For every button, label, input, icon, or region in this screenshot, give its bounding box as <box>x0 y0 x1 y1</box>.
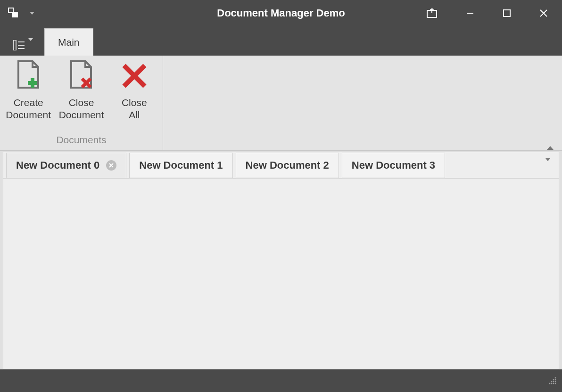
document-tab-label: New Document 2 <box>246 159 329 172</box>
title-bar: Document Manager Demo <box>0 0 562 26</box>
close-tab-icon[interactable] <box>106 160 116 171</box>
document-tab-label: New Document 0 <box>16 159 99 172</box>
svg-point-23 <box>553 381 554 383</box>
chevron-down-icon <box>28 41 33 49</box>
svg-point-20 <box>553 379 554 381</box>
svg-point-27 <box>553 383 554 384</box>
svg-rect-4 <box>504 10 510 16</box>
close-document-button[interactable]: CloseDocument <box>55 59 107 134</box>
resize-grip-icon[interactable] <box>548 376 557 385</box>
document-tab[interactable]: New Document 0 <box>6 153 126 178</box>
svg-point-24 <box>555 381 556 383</box>
document-tab-label: New Document 3 <box>352 159 435 172</box>
ribbon-group-documents: CreateDocument CloseDocument <box>0 56 163 150</box>
minimize-button[interactable] <box>452 0 488 26</box>
ribbon: CreateDocument CloseDocument <box>0 56 562 151</box>
svg-point-21 <box>555 379 556 381</box>
status-bar <box>0 369 562 392</box>
document-tab[interactable]: New Document 1 <box>129 153 232 178</box>
create-document-button[interactable]: CreateDocument <box>2 59 54 134</box>
svg-point-26 <box>551 383 553 384</box>
button-label: CloseAll <box>122 97 147 121</box>
svg-point-22 <box>551 381 553 383</box>
document-area <box>3 178 559 369</box>
app-icon <box>7 6 21 20</box>
document-tab-strip: New Document 0 New Document 1 New Docume… <box>3 152 559 178</box>
close-window-button[interactable] <box>525 0 562 26</box>
document-list-dropdown[interactable] <box>540 157 556 173</box>
document-close-icon <box>65 59 98 93</box>
collapse-ribbon-button[interactable] <box>547 138 554 147</box>
svg-point-19 <box>555 377 556 379</box>
document-tab[interactable]: New Document 3 <box>342 153 445 178</box>
document-tab-label: New Document 1 <box>139 159 223 172</box>
svg-rect-1 <box>12 12 18 17</box>
share-button[interactable] <box>412 0 452 26</box>
document-tab[interactable]: New Document 2 <box>236 153 339 178</box>
ribbon-group-label: Documents <box>0 134 163 150</box>
ribbon-tab-main[interactable]: Main <box>44 28 93 56</box>
ribbon-tab-strip: Main <box>0 26 562 56</box>
maximize-button[interactable] <box>488 0 525 26</box>
svg-point-25 <box>549 383 551 384</box>
chevron-up-icon <box>547 138 554 150</box>
chevron-down-icon <box>545 161 550 170</box>
button-label: CloseDocument <box>59 97 104 121</box>
quick-access-dropdown[interactable] <box>27 8 37 19</box>
list-icon <box>13 40 25 50</box>
close-all-button[interactable]: CloseAll <box>108 59 160 134</box>
ribbon-tab-label: Main <box>58 37 80 48</box>
document-add-icon <box>12 59 45 93</box>
button-label: CreateDocument <box>6 97 51 121</box>
close-all-icon <box>118 59 151 93</box>
svg-rect-7 <box>13 40 16 50</box>
svg-point-28 <box>555 383 556 384</box>
file-menu-button[interactable] <box>5 35 41 56</box>
